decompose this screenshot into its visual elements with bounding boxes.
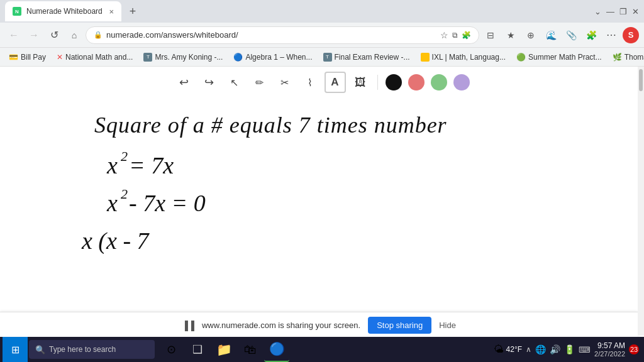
new-tab-button[interactable]: + bbox=[124, 3, 142, 20]
temperature-text: 42°F bbox=[506, 345, 522, 354]
bookmarks-bar: 💳 Bill Pay ✕ National Math and... T Mrs.… bbox=[0, 48, 644, 67]
home-button[interactable]: ⌂ bbox=[65, 26, 83, 44]
bookmark-mrs-amy[interactable]: T Mrs. Amy Koning -... bbox=[138, 51, 228, 63]
screen-share-icon: ▐▐ bbox=[182, 321, 194, 331]
profile-avatar[interactable]: S bbox=[623, 27, 639, 43]
cortana-app[interactable]: ⊙ bbox=[158, 337, 184, 362]
active-tab[interactable]: N Numerade Whiteboard × bbox=[5, 1, 121, 21]
undo-button[interactable]: ↩ bbox=[174, 72, 195, 93]
bookmark-summer-math[interactable]: 🟢 Summer Math Pract... bbox=[511, 51, 607, 63]
notification-center-button[interactable]: 23 bbox=[629, 344, 639, 354]
extensions-icon[interactable]: 🧩 bbox=[462, 31, 471, 40]
search-placeholder: Type here to search bbox=[49, 345, 116, 354]
eraser-tool-button[interactable]: ✂ bbox=[274, 72, 296, 93]
whiteboard-area: ↩ ↪ ↖ ✏ ✂ ⌇ A 🖼 Square of a # equals 7 t… bbox=[0, 67, 644, 338]
whiteboard-canvas[interactable]: Square of a # equals 7 times number x 2 … bbox=[0, 98, 638, 312]
whiteboard-toolbar: ↩ ↪ ↖ ✏ ✂ ⌇ A 🖼 bbox=[0, 67, 644, 98]
chrome-app[interactable]: 🔵 bbox=[264, 337, 289, 362]
maximize-icon[interactable]: ❐ bbox=[619, 7, 627, 16]
minimize-icon[interactable]: — bbox=[606, 7, 614, 16]
svg-text:x: x bbox=[106, 190, 118, 216]
battery-icon[interactable]: 🔋 bbox=[564, 344, 575, 354]
more-actions-icon[interactable]: ⋯ bbox=[602, 26, 620, 44]
task-view-app[interactable]: ❑ bbox=[185, 337, 210, 362]
store-icon: 🛍 bbox=[244, 343, 257, 357]
tab-bar: N Numerade Whiteboard × + ⌄ — ❐ ✕ bbox=[0, 0, 644, 23]
highlighter-tool-button[interactable]: ⌇ bbox=[299, 72, 321, 93]
start-button[interactable]: ⊞ bbox=[3, 337, 28, 362]
back-button[interactable]: ← bbox=[5, 26, 23, 44]
pen-tool-button[interactable]: ✏ bbox=[249, 72, 270, 93]
extensions-btn[interactable]: 🧩 bbox=[582, 26, 600, 44]
thomastik-label: Thomastik-Infeld C... bbox=[625, 53, 644, 62]
explorer-icon: 📁 bbox=[216, 342, 232, 357]
summer-math-label: Summer Math Pract... bbox=[528, 53, 602, 62]
address-bar[interactable]: 🔒 numerade.com/answers/whiteboard/ ☆ ⧉ 🧩 bbox=[86, 26, 479, 44]
clock[interactable]: 9:57 AM 2/27/2022 bbox=[594, 341, 625, 358]
collections-icon[interactable]: ⊕ bbox=[522, 26, 540, 44]
keyboard-icon[interactable]: ⌨ bbox=[579, 345, 591, 354]
scrollbar[interactable] bbox=[638, 67, 644, 336]
color-green-button[interactable] bbox=[431, 74, 447, 90]
bookmark-national-math[interactable]: ✕ National Math and... bbox=[52, 51, 138, 63]
svg-text:x: x bbox=[106, 152, 118, 178]
select-tool-button[interactable]: ↖ bbox=[224, 72, 245, 93]
tab-close-icon[interactable]: × bbox=[109, 7, 114, 16]
text-tool-button[interactable]: A bbox=[325, 72, 346, 93]
color-purple-button[interactable] bbox=[453, 74, 470, 90]
final-exam-label: Final Exam Review -... bbox=[335, 53, 410, 62]
summer-math-icon: 🟢 bbox=[516, 53, 526, 62]
time-display: 9:57 AM bbox=[594, 341, 625, 350]
system-tray-up-arrow[interactable]: ∧ bbox=[526, 345, 531, 354]
taskbar: ⊞ 🔍 Type here to search ⊙ ❑ 📁 🛍 🔵 bbox=[0, 337, 644, 362]
thomastik-icon: 🌿 bbox=[613, 53, 622, 62]
bookmark-ixl-math[interactable]: IXL | Math, Languag... bbox=[416, 51, 511, 63]
edge-icon1[interactable]: 🌊 bbox=[542, 26, 560, 44]
bookmark-star-icon[interactable]: ☆ bbox=[440, 30, 448, 40]
network-icon[interactable]: 🌐 bbox=[535, 344, 546, 354]
image-tool-button[interactable]: 🖼 bbox=[350, 72, 371, 93]
forward-button[interactable]: → bbox=[25, 26, 43, 44]
collapse-icon[interactable]: ⌄ bbox=[594, 7, 601, 16]
bookmark-final-exam[interactable]: T Final Exam Review -... bbox=[318, 51, 415, 63]
store-app[interactable]: 🛍 bbox=[238, 337, 263, 362]
color-black-button[interactable] bbox=[386, 74, 402, 90]
refresh-button[interactable]: ↺ bbox=[45, 26, 63, 44]
favorites-icon[interactable]: ★ bbox=[502, 26, 519, 44]
national-math-icon: ✕ bbox=[57, 53, 63, 62]
task-view-icon: ❑ bbox=[192, 343, 203, 356]
svg-text:Square of a # equals 7 times n: Square of a # equals 7 times number bbox=[94, 112, 447, 138]
ixl-label: IXL | Math, Languag... bbox=[432, 53, 506, 62]
bookmark-algebra[interactable]: 🔵 Algebra 1 – When... bbox=[228, 51, 317, 63]
stop-sharing-button[interactable]: Stop sharing bbox=[368, 317, 431, 334]
search-icon: 🔍 bbox=[35, 345, 45, 354]
svg-text:2: 2 bbox=[121, 148, 128, 164]
final-exam-icon: T bbox=[323, 53, 332, 62]
hide-button[interactable]: Hide bbox=[439, 321, 456, 330]
sidebar-icon[interactable]: ⊟ bbox=[482, 26, 499, 44]
weather-icon: 🌤 bbox=[494, 344, 504, 355]
tab-title: Numerade Whiteboard bbox=[26, 7, 104, 16]
nav-bar: ← → ↺ ⌂ 🔒 numerade.com/answers/whiteboar… bbox=[0, 23, 644, 48]
bookmark-thomastik[interactable]: 🌿 Thomastik-Infeld C... bbox=[608, 51, 644, 63]
address-text: numerade.com/answers/whiteboard/ bbox=[106, 30, 436, 40]
explorer-app[interactable]: 📁 bbox=[211, 337, 236, 362]
volume-icon[interactable]: 🔊 bbox=[550, 344, 560, 354]
lock-icon: 🔒 bbox=[94, 31, 103, 39]
weather-widget[interactable]: 🌤 42°F bbox=[494, 344, 522, 355]
taskbar-apps: ⊙ ❑ 📁 🛍 🔵 bbox=[158, 337, 289, 362]
bill-pay-icon: 💳 bbox=[9, 53, 18, 62]
search-bar[interactable]: 🔍 Type here to search bbox=[29, 340, 155, 359]
screen-share-message: www.numerade.com is sharing your screen. bbox=[202, 321, 360, 330]
close-window-icon[interactable]: ✕ bbox=[632, 7, 639, 16]
bill-pay-label: Bill Pay bbox=[21, 53, 46, 62]
edge-icon2[interactable]: 📎 bbox=[562, 26, 580, 44]
redo-button[interactable]: ↪ bbox=[199, 72, 220, 93]
math-svg: Square of a # equals 7 times number x 2 … bbox=[19, 98, 585, 312]
bookmark-bill-pay[interactable]: 💳 Bill Pay bbox=[4, 51, 51, 63]
browser-chrome: N Numerade Whiteboard × + ⌄ — ❐ ✕ ← → ↺ … bbox=[0, 0, 644, 362]
scrollbar-thumb[interactable] bbox=[639, 69, 643, 91]
mrs-amy-icon: T bbox=[143, 53, 152, 62]
split-icon[interactable]: ⧉ bbox=[452, 31, 458, 40]
color-red-button[interactable] bbox=[408, 74, 425, 90]
